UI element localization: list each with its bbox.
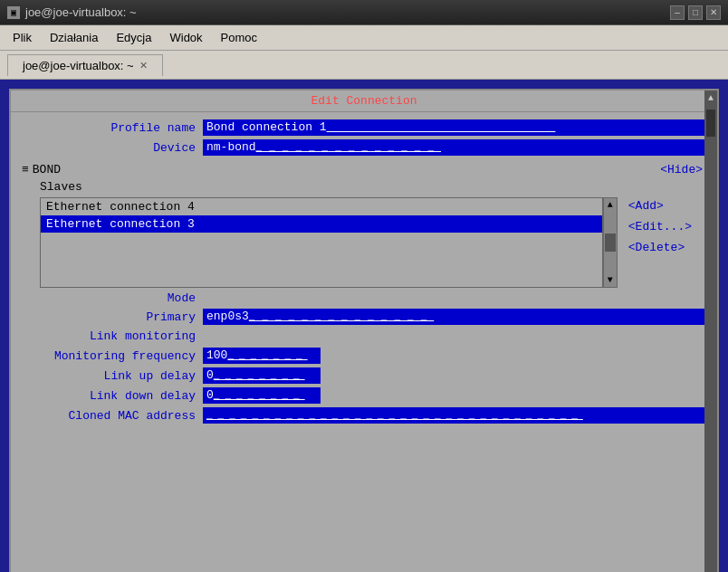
cloned-mac-label: Cloned MAC address <box>22 409 203 423</box>
link-down-delay-label: Link down delay <box>22 389 203 403</box>
menu-dzialania[interactable]: Działania <box>41 29 107 46</box>
edit-connection-dialog: Edit Connection Profile name Bond connec… <box>9 89 719 572</box>
primary-value[interactable]: enp0s3______________ <box>203 309 706 325</box>
list-item-eth3[interactable]: Ethernet connection 3 <box>41 215 602 233</box>
cloned-mac-value[interactable]: _________________________________ <box>203 407 706 424</box>
link-up-delay-row: Link up delay 0________ ms <box>22 367 706 384</box>
link-monitoring-label: Link monitoring <box>22 329 203 343</box>
hide-button[interactable]: <Hide> <box>656 163 706 176</box>
dialog-title: Edit Connection <box>11 91 717 112</box>
bond-arrow-icon: ≡ <box>22 163 29 176</box>
profile-name-row: Profile name Bond connection 1__________… <box>22 119 706 136</box>
terminal-icon: ▣ <box>7 6 20 19</box>
edit-button[interactable]: <Edit...> <box>625 218 695 235</box>
link-up-delay-value[interactable]: 0________ <box>203 367 321 384</box>
dialog-content: Profile name Bond connection 1__________… <box>11 112 717 434</box>
primary-row: Primary enp0s3______________ <box>22 309 706 325</box>
link-down-delay-row: Link down delay 0________ ms <box>22 387 706 404</box>
scroll-thumb <box>605 234 616 252</box>
monitoring-freq-value[interactable]: 100_______ <box>203 348 321 364</box>
title-bar-left: ▣ joe@joe-virtualbox: ~ <box>7 5 137 19</box>
bond-label: BOND <box>33 163 61 176</box>
device-label: Device <box>22 141 203 155</box>
list-scrollbar[interactable]: ▲ ▼ <box>603 197 618 288</box>
title-bar: ▣ joe@joe-virtualbox: ~ – □ ✕ <box>0 0 728 25</box>
profile-name-label: Profile name <box>22 121 203 135</box>
list-item-eth4[interactable]: Ethernet connection 4 <box>41 198 602 215</box>
close-button[interactable]: ✕ <box>706 5 721 20</box>
minimize-button[interactable]: – <box>670 5 685 20</box>
device-row: Device nm-bond______________ <box>22 139 706 156</box>
slaves-list-box[interactable]: Ethernet connection 4 Ethernet connectio… <box>40 197 603 288</box>
menu-plik[interactable]: Plik <box>4 29 41 46</box>
scroll-up-arrow[interactable]: ▲ <box>606 198 615 212</box>
monitoring-freq-unit: ms <box>321 348 342 364</box>
window-title: joe@joe-virtualbox: ~ <box>25 5 137 19</box>
list-action-buttons: <Add> <Edit...> <Delete> <box>625 197 695 256</box>
primary-label: Primary <box>22 310 203 324</box>
menu-widok[interactable]: Widok <box>160 29 211 46</box>
tab-terminal[interactable]: joe@joe-virtualbox: ~ ✕ <box>7 54 163 76</box>
window-controls[interactable]: – □ ✕ <box>670 5 721 20</box>
link-monitoring-row: Link monitoring <MII (recommended)> <box>22 329 706 344</box>
profile-name-value[interactable]: Bond connection 1________________ <box>203 119 706 136</box>
slaves-label: Slaves <box>40 180 706 194</box>
terminal-area: Edit Connection Profile name Bond connec… <box>0 80 728 572</box>
tab-bar: joe@joe-virtualbox: ~ ✕ <box>0 51 728 80</box>
device-value[interactable]: nm-bond______________ <box>203 139 706 156</box>
monitoring-freq-label: Monitoring frequency <box>22 349 203 363</box>
cloned-mac-row: Cloned MAC address _____________________… <box>22 407 706 424</box>
mode-row: Mode <Active Backup> <box>22 291 706 305</box>
menu-pomoc[interactable]: Pomoc <box>212 29 266 46</box>
mode-value[interactable]: <Active Backup> <box>203 291 309 305</box>
bond-section-header: ≡ BOND <Hide> <box>22 163 706 176</box>
slaves-list-area: Ethernet connection 4 Ethernet connectio… <box>40 197 695 288</box>
link-down-delay-unit: ms <box>321 388 342 404</box>
add-button[interactable]: <Add> <box>625 197 695 214</box>
delete-button[interactable]: <Delete> <box>625 239 695 256</box>
mode-label: Mode <box>22 291 203 305</box>
dialog-scroll-thumb <box>706 110 715 137</box>
menu-bar: Plik Działania Edycja Widok Pomoc <box>0 25 728 51</box>
tab-label: joe@joe-virtualbox: ~ <box>23 59 134 72</box>
link-up-delay-unit: ms <box>321 368 342 384</box>
monitoring-freq-row: Monitoring frequency 100_______ ms <box>22 348 706 364</box>
maximize-button[interactable]: □ <box>688 5 703 20</box>
link-monitoring-value[interactable]: <MII (recommended)> <box>203 329 344 344</box>
scroll-down-arrow[interactable]: ▼ <box>606 273 615 287</box>
link-down-delay-value[interactable]: 0________ <box>203 387 321 404</box>
dialog-scrollbar[interactable]: ▲ ▼ <box>704 91 717 572</box>
menu-edycja[interactable]: Edycja <box>107 29 160 46</box>
dialog-scroll-up[interactable]: ▲ <box>708 91 714 106</box>
tab-close-icon[interactable]: ✕ <box>139 60 148 72</box>
bond-title: ≡ BOND <box>22 163 61 176</box>
link-up-delay-label: Link up delay <box>22 369 203 383</box>
